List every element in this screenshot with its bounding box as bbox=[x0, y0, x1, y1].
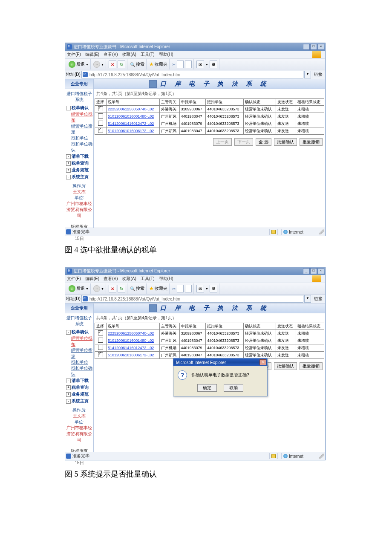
print-icon[interactable]: 🖶 bbox=[210, 285, 217, 292]
favorites-button[interactable]: ★收藏夹 bbox=[147, 283, 170, 294]
row-checkbox[interactable] bbox=[98, 121, 103, 126]
taxno-link[interactable]: 222520061256050740-L02 bbox=[108, 331, 154, 335]
refresh-button[interactable]: ↻ bbox=[118, 285, 125, 292]
root-node[interactable]: 进口增值税子系统 bbox=[65, 89, 93, 104]
favorites-button[interactable]: ★收藏夹 bbox=[147, 59, 170, 69]
tree-tax-query[interactable]: +税单查询 bbox=[65, 384, 93, 391]
menu-tools[interactable]: 工具(T) bbox=[141, 276, 155, 282]
tree-biz-rule[interactable]: +业务规范 bbox=[65, 167, 93, 173]
menu-view[interactable]: 查看(V) bbox=[104, 276, 118, 282]
mail-icon[interactable]: ✉ bbox=[196, 285, 204, 292]
tree-tax-confirm[interactable]: -税单确认 bbox=[65, 104, 93, 111]
close-button[interactable]: × bbox=[317, 268, 324, 274]
row-checkbox[interactable] bbox=[98, 345, 103, 350]
resize-grip-icon[interactable] bbox=[319, 229, 324, 234]
stop-button[interactable]: ✕ bbox=[109, 285, 116, 292]
menu-help[interactable]: 帮助(H) bbox=[159, 52, 173, 58]
cell-deduct: 440104633208573 bbox=[206, 330, 244, 337]
menu-fav[interactable]: 收藏(A) bbox=[122, 276, 136, 282]
menu-bar[interactable]: 文件(F) 编辑(E) 查看(V) 收藏(A) 工具(T) 帮助(H) bbox=[65, 275, 325, 283]
taxno-link[interactable]: 510120061016001480-L02 bbox=[108, 338, 154, 343]
menu-tools[interactable]: 工具(T) bbox=[141, 52, 155, 58]
search-button[interactable]: 🔍搜索 bbox=[128, 59, 147, 69]
cut-icon[interactable]: ✂ bbox=[172, 286, 176, 291]
close-button[interactable]: × bbox=[317, 44, 324, 50]
back-button[interactable]: ← 后退 ▼ bbox=[67, 283, 91, 294]
tree-c3[interactable]: 抵扣单位 bbox=[65, 359, 93, 365]
resize-grip-icon[interactable] bbox=[319, 454, 324, 459]
refresh-button[interactable]: ↻ bbox=[118, 61, 125, 68]
ie-icon bbox=[67, 44, 72, 49]
row-checkbox[interactable] bbox=[98, 338, 103, 343]
back-button[interactable]: ← 后退 ▼ bbox=[67, 59, 91, 69]
print-icon[interactable]: 🖶 bbox=[210, 61, 217, 68]
select-all-button[interactable]: 全 选 bbox=[256, 138, 271, 146]
menu-file[interactable]: 文件(F) bbox=[67, 52, 81, 58]
tree-list-download[interactable]: -清单下载 bbox=[65, 377, 93, 384]
cut-icon[interactable]: ✂ bbox=[172, 62, 176, 67]
titlebar[interactable]: 进口增值税专业缴款书 - Microsoft Internet Explorer… bbox=[65, 43, 325, 51]
tree-tax-query[interactable]: +税单查询 bbox=[65, 160, 93, 167]
maximize-button[interactable]: □ bbox=[310, 44, 317, 50]
stop-button[interactable]: ✕ bbox=[109, 61, 116, 68]
dialog-cancel-button[interactable]: 取消 bbox=[224, 384, 243, 392]
url-field[interactable]: http://172.16.8.225:18888/Vat/Qy/Vat_Ind… bbox=[81, 71, 303, 78]
menu-file[interactable]: 文件(F) bbox=[67, 276, 81, 282]
menu-bar[interactable]: 文件(F) 编辑(E) 查看(V) 收藏(A) 工具(T) 帮助(H) bbox=[65, 51, 325, 59]
taxno-link[interactable]: 510120061016006172-L02 bbox=[108, 353, 154, 357]
paste-icon[interactable] bbox=[185, 61, 192, 68]
taxno-link[interactable]: 510120061016001480-L02 bbox=[108, 114, 154, 119]
tree-sys-home[interactable]: -系统主页 bbox=[65, 398, 93, 405]
url-dropdown[interactable]: ▼ bbox=[304, 71, 311, 78]
ie-icon bbox=[67, 269, 72, 274]
row-checkbox[interactable] bbox=[98, 113, 103, 119]
root-node[interactable]: 进口增值税子系统 bbox=[65, 313, 93, 329]
minimize-button[interactable]: _ bbox=[303, 44, 310, 50]
batch-confirm-button[interactable]: 批量确认 bbox=[274, 362, 297, 370]
dialog-ok-button[interactable]: 确定 bbox=[197, 384, 217, 392]
titlebar[interactable]: 进口增值税专业缴款书 - Microsoft Internet Explorer… bbox=[65, 267, 325, 275]
mail-icon[interactable]: ✉ bbox=[196, 61, 204, 68]
dialog-titlebar[interactable]: Microsoft Internet Explorer × bbox=[173, 358, 267, 366]
batch-confirm-button[interactable]: 批量确认 bbox=[274, 138, 297, 146]
tree-c1[interactable]: 经营单位抵扣 bbox=[65, 335, 93, 347]
url-dropdown[interactable]: ▼ bbox=[304, 295, 311, 303]
maximize-button[interactable]: □ bbox=[310, 268, 317, 274]
taxno-link[interactable]: 222520061256050740-L02 bbox=[108, 107, 154, 111]
menu-fav[interactable]: 收藏(A) bbox=[122, 52, 136, 58]
copy-icon[interactable] bbox=[177, 285, 184, 292]
tree-c2[interactable]: 经营单位指定 bbox=[65, 347, 93, 359]
taxno-link[interactable]: 514120061416012472-L02 bbox=[108, 121, 154, 126]
url-field[interactable]: http://172.16.8.225:18888/Vat/Qy/Vat_Ind… bbox=[81, 295, 303, 303]
row-checkbox[interactable] bbox=[98, 352, 103, 357]
taxno-link[interactable]: 510120061016006172-L02 bbox=[108, 129, 154, 133]
tree-c1[interactable]: 经营单位抵扣 bbox=[65, 111, 93, 123]
tree-biz-rule[interactable]: +业务规范 bbox=[65, 391, 93, 398]
dialog-close-button[interactable]: × bbox=[259, 359, 266, 365]
menu-edit[interactable]: 编辑(E) bbox=[85, 276, 99, 282]
row-checkbox[interactable] bbox=[98, 330, 103, 335]
row-checkbox[interactable] bbox=[98, 106, 103, 111]
taxno-link[interactable]: 514120061416012472-L02 bbox=[108, 346, 154, 350]
batch-cancel-button[interactable]: 批量撤销 bbox=[300, 138, 323, 146]
minimize-button[interactable]: _ bbox=[303, 268, 310, 274]
cell-deduct: 440104633208573 bbox=[206, 127, 244, 135]
menu-edit[interactable]: 编辑(E) bbox=[85, 52, 99, 58]
tree-sys-home[interactable]: -系统主页 bbox=[65, 173, 93, 180]
tree-list-download[interactable]: -清单下载 bbox=[65, 153, 93, 160]
menu-help[interactable]: 帮助(H) bbox=[159, 276, 173, 282]
cell-check: 未稽核 bbox=[296, 127, 324, 135]
copy-icon[interactable] bbox=[177, 61, 184, 68]
links-button[interactable]: 链接 bbox=[312, 71, 324, 78]
tree-c3[interactable]: 抵扣单位 bbox=[65, 135, 93, 141]
tree-c4[interactable]: 抵扣单位确认 bbox=[65, 141, 93, 153]
row-checkbox[interactable] bbox=[98, 128, 103, 133]
links-button[interactable]: 链接 bbox=[312, 295, 324, 303]
menu-view[interactable]: 查看(V) bbox=[104, 52, 118, 58]
search-button[interactable]: 🔍搜索 bbox=[128, 283, 147, 294]
paste-icon[interactable] bbox=[185, 285, 192, 292]
tree-c4[interactable]: 抵扣单位确认 bbox=[65, 365, 93, 377]
batch-cancel-button[interactable]: 批量撤销 bbox=[300, 362, 323, 370]
tree-c2[interactable]: 经营单位指定 bbox=[65, 123, 93, 135]
tree-tax-confirm[interactable]: -税单确认 bbox=[65, 329, 93, 335]
